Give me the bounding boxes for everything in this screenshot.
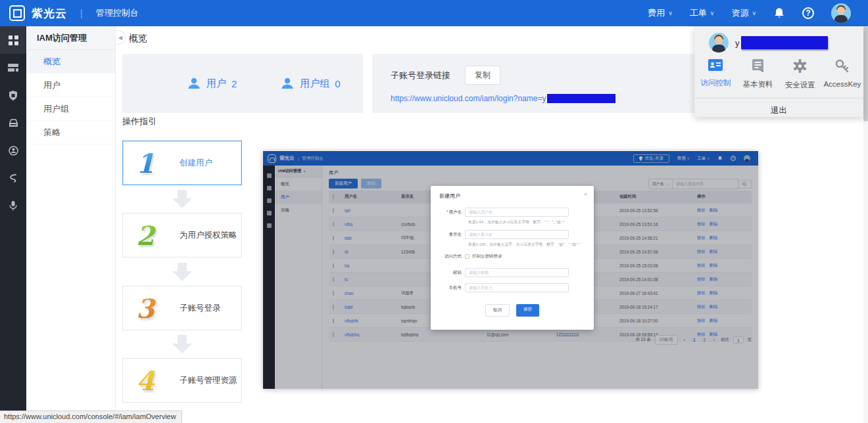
panel-tab-basic-info[interactable]: 基本资料: [736, 59, 779, 90]
sidebar-menu: IAM访问管理 概览 用户 用户组 策略: [26, 26, 116, 423]
stat-user-groups-label: 用户组: [300, 78, 329, 90]
step-number: 4: [136, 365, 161, 396]
guide-step-3[interactable]: 3 子账号登录: [122, 286, 242, 330]
help-icon[interactable]: ?: [802, 7, 814, 19]
sidebar-title: IAM访问管理: [26, 26, 115, 50]
user-avatar[interactable]: [831, 3, 851, 23]
menu-resources[interactable]: 资源 ∨: [731, 7, 756, 19]
rail-network-globe-icon[interactable]: [0, 137, 26, 164]
page-title: 概览: [129, 33, 147, 45]
redaction-box: [741, 36, 828, 49]
user-group-icon: [280, 76, 295, 91]
document-icon: [752, 59, 764, 72]
stat-user-groups[interactable]: 用户组 0: [280, 76, 340, 91]
rail-storage-icon[interactable]: [0, 109, 26, 137]
rail-security-shield-icon[interactable]: [0, 81, 26, 109]
brand-area[interactable]: 紫光云 | 管理控制台: [0, 5, 139, 21]
sidebar-item-user-groups[interactable]: 用户组: [26, 97, 115, 121]
rail-server-icon[interactable]: [0, 54, 26, 81]
step-label: 子账号登录: [180, 303, 221, 314]
stat-users[interactable]: 用户 2: [187, 76, 237, 91]
sidebar-item-policies[interactable]: 策略: [26, 121, 115, 145]
mini-cancel-button: 取消: [485, 304, 510, 317]
scrollbar-thumb[interactable]: [863, 26, 868, 122]
panel-username: y: [735, 36, 828, 49]
sidebar-item-users[interactable]: 用户: [26, 74, 115, 97]
arrow-down-icon: [172, 190, 192, 210]
chevron-down-icon: ∨: [752, 10, 756, 16]
logout-button[interactable]: 退出: [694, 99, 863, 116]
status-bar-url: https://www.unicloud.com/console/#/iam/i…: [0, 411, 182, 423]
rail-voice-mic-icon[interactable]: [0, 192, 26, 219]
user-dropdown-panel: y 访问控制 基本资料 安全设置 AccessKey 退出: [694, 26, 863, 117]
guide-step-1[interactable]: 1 创建用户: [122, 141, 242, 185]
chevron-down-icon: ∨: [668, 10, 673, 16]
guide-step-4[interactable]: 4 子账号管理资源: [122, 358, 242, 403]
step-label: 子账号管理资源: [180, 375, 237, 386]
brand-name: 紫光云: [32, 6, 67, 21]
notification-bell-icon[interactable]: [773, 7, 785, 19]
sidebar-item-overview[interactable]: 概览: [26, 50, 115, 74]
menu-billing[interactable]: 费用 ∨: [648, 7, 673, 19]
step-label: 为用户授权策略: [180, 230, 237, 241]
gear-icon: [793, 59, 807, 73]
panel-tab-access-control[interactable]: 访问控制: [694, 59, 736, 90]
icon-rail: [0, 26, 26, 423]
step-number: 1: [136, 148, 161, 179]
login-link-title: 子账号登录链接: [391, 70, 450, 81]
top-navbar: 紫光云 | 管理控制台 费用 ∨ 工单 ∨ 资源 ∨ ?: [0, 0, 868, 26]
nav-divider: |: [80, 8, 83, 18]
redaction-box: [547, 94, 615, 103]
mini-close-icon: ×: [584, 191, 587, 197]
stat-users-value: 2: [231, 78, 237, 89]
arrow-down-icon: [172, 263, 192, 282]
mini-access-checkbox: [465, 254, 470, 259]
step-number: 3: [136, 293, 161, 324]
page-scrollbar[interactable]: [863, 26, 868, 423]
key-icon: [835, 59, 850, 73]
arrow-down-icon: [172, 335, 192, 355]
stat-user-groups-value: 0: [335, 78, 340, 89]
console-label: 管理控制台: [96, 7, 139, 19]
stat-users-label: 用户: [206, 78, 226, 90]
unicloud-logo-icon: [9, 5, 25, 21]
guide-title: 操作指引: [122, 116, 157, 127]
copy-button[interactable]: 复制: [465, 66, 500, 85]
menu-workorder[interactable]: 工单 ∨: [690, 7, 715, 19]
panel-tab-security-settings[interactable]: 安全设置: [779, 59, 821, 90]
guide-screenshot: 紫光云 | 管理控制台 华北-天津 费用∨ 工单∨ ? IAM访问管理◀ 概览 …: [263, 151, 758, 389]
mini-save-button: 保存: [516, 304, 539, 317]
stats-card: 用户 2 用户组 0: [122, 54, 363, 113]
guide-step-2[interactable]: 2 为用户授权策略: [122, 213, 242, 257]
panel-tab-accesskey[interactable]: AccessKey: [821, 59, 863, 90]
panel-avatar: [709, 33, 729, 53]
mini-create-user-modal: 新建用户 × *用户名 请输入用户名 长度1-64，允许输入大小写英文字母、数字…: [431, 186, 594, 330]
rail-dashboard-icon[interactable]: [0, 26, 26, 54]
sidebar-collapse-icon[interactable]: ◀: [116, 30, 126, 45]
user-icon: [187, 76, 201, 91]
step-number: 2: [136, 220, 161, 251]
chevron-down-icon: ∨: [710, 10, 715, 16]
step-label: 创建用户: [180, 158, 212, 169]
rail-service-icon[interactable]: [0, 164, 26, 192]
id-card-icon: [708, 59, 723, 71]
